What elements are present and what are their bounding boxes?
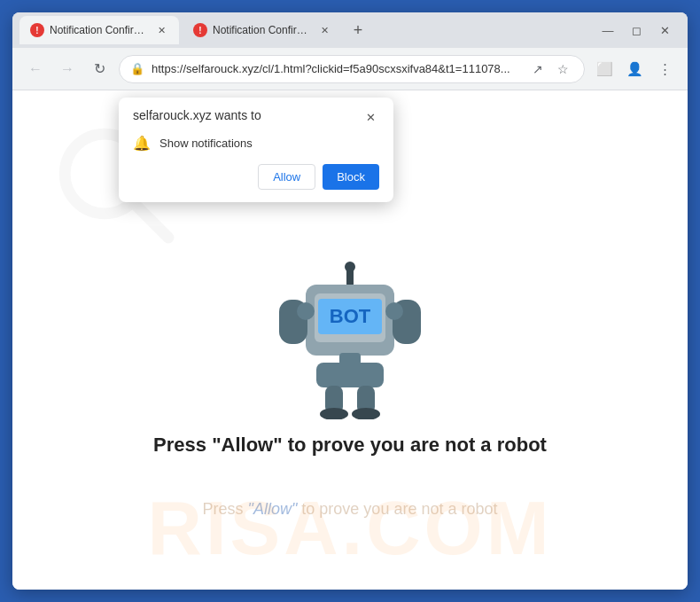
tab-1-favicon: [30, 23, 44, 37]
watermark-bottom-text: Press "Allow" to prove you are not a rob…: [203, 500, 498, 519]
popup-header: selfarouck.xyz wants to ✕: [133, 108, 379, 126]
notification-popup: selfarouck.xyz wants to ✕ 🔔 Show notific…: [119, 98, 393, 202]
press-text-quoted: "Allow": [212, 434, 283, 456]
profile-icon[interactable]: 👤: [622, 57, 647, 82]
popup-close-button[interactable]: ✕: [362, 108, 379, 126]
svg-rect-13: [316, 363, 384, 387]
svg-text:BOT: BOT: [330, 305, 371, 327]
window-controls: — ◻ ✕: [599, 24, 681, 37]
tab-2[interactable]: Notification Confirmation ✕: [183, 16, 342, 44]
svg-point-3: [345, 262, 355, 272]
tab-2-label: Notification Confirmation: [213, 24, 312, 36]
tab-1[interactable]: Notification Confirmation ✕: [19, 16, 179, 44]
block-button[interactable]: Block: [323, 164, 379, 190]
url-text: https://selfarouck.xyz/cl/1.html?clickid…: [152, 62, 520, 75]
forward-button[interactable]: →: [55, 57, 80, 82]
share-icon[interactable]: ↗: [527, 59, 548, 80]
tab-1-label: Notification Confirmation: [50, 24, 149, 36]
page-content: BOT: [153, 224, 547, 457]
url-actions: ↗ ☆: [527, 59, 573, 80]
risa-watermark: RISA.COM: [148, 485, 553, 572]
allow-button[interactable]: Allow: [258, 164, 315, 190]
maximize-button[interactable]: ◻: [627, 24, 645, 37]
tab-2-close[interactable]: ✕: [317, 23, 331, 37]
extension-icon[interactable]: ⬜: [592, 57, 617, 82]
back-button[interactable]: ←: [23, 57, 48, 82]
new-tab-button[interactable]: +: [346, 18, 370, 43]
tab-1-close[interactable]: ✕: [154, 23, 168, 37]
press-allow-text: Press "Allow" to prove you are not a rob…: [153, 434, 547, 457]
bot-illustration: BOT: [261, 260, 439, 419]
svg-point-10: [297, 302, 315, 320]
bot-svg: BOT: [261, 260, 439, 419]
bookmark-icon[interactable]: ☆: [552, 59, 573, 80]
browser-window: Notification Confirmation ✕ Notification…: [12, 12, 688, 590]
toolbar-right: ⬜ 👤 ⋮: [592, 57, 677, 82]
svg-point-17: [352, 408, 380, 419]
url-bar[interactable]: 🔒 https://selfarouck.xyz/cl/1.html?click…: [119, 55, 585, 83]
tab-2-favicon: [193, 23, 207, 37]
minimize-button[interactable]: —: [599, 24, 617, 37]
svg-point-11: [385, 302, 403, 320]
title-bar: Notification Confirmation ✕ Notification…: [12, 12, 688, 48]
svg-point-16: [320, 408, 348, 419]
watermark-allow-text: "Allow": [248, 500, 298, 518]
refresh-button[interactable]: ↻: [87, 57, 112, 82]
close-button[interactable]: ✕: [656, 24, 673, 37]
menu-icon[interactable]: ⋮: [652, 57, 677, 82]
address-bar: ← → ↻ 🔒 https://selfarouck.xyz/cl/1.html…: [12, 48, 688, 90]
press-text-prefix: Press: [153, 434, 212, 456]
lock-icon: 🔒: [130, 62, 144, 75]
bell-icon: 🔔: [133, 135, 151, 152]
press-text-suffix: to prove you are not a robot: [283, 434, 547, 456]
browser-content: selfarouck.xyz wants to ✕ 🔔 Show notific…: [12, 90, 688, 590]
popup-title: selfarouck.xyz wants to: [133, 108, 261, 122]
popup-buttons: Allow Block: [133, 164, 379, 190]
permission-text: Show notifications: [159, 137, 253, 150]
popup-permission: 🔔 Show notifications: [133, 135, 379, 152]
